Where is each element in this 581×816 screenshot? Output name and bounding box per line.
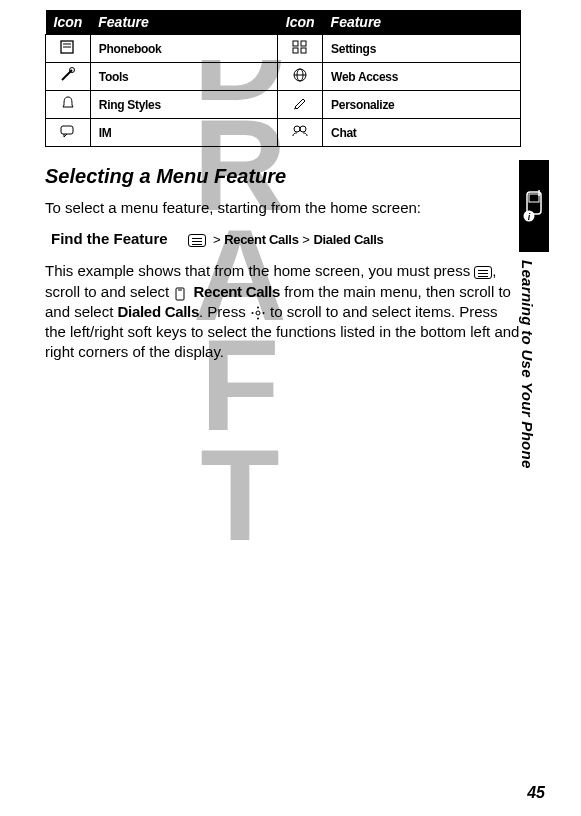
ring-styles-icon [59, 95, 77, 111]
svg-rect-10 [293, 48, 298, 53]
nav-key-icon [250, 303, 266, 320]
svg-point-23 [257, 317, 259, 319]
body-frag-a: This example shows that from the home sc… [45, 262, 474, 279]
th-icon-1: Icon [46, 10, 91, 35]
menu-key-icon [188, 234, 206, 247]
path-sep-1: > [213, 232, 221, 247]
phonebook-icon [59, 39, 77, 55]
tools-label: Tools [90, 63, 278, 91]
personalize-label: Personalize [323, 91, 521, 119]
path-dialed-calls: Dialed Calls [313, 232, 383, 247]
body-frag-d: . Press [199, 303, 250, 320]
intro-paragraph: To select a menu feature, starting from … [45, 198, 521, 218]
body-paragraph: This example shows that from the home sc… [45, 261, 521, 362]
recent-calls-icon [173, 286, 189, 300]
svg-rect-8 [293, 41, 298, 46]
chat-icon [291, 123, 309, 139]
table-row: Ring Styles Personalize [46, 91, 521, 119]
im-icon [59, 123, 77, 139]
table-row: Tools Web Access [46, 63, 521, 91]
find-feature-label: Find the Feature [51, 230, 168, 247]
svg-point-21 [256, 311, 260, 315]
find-feature-row: Find the Feature > Recent Calls > Dialed… [51, 230, 521, 247]
svg-point-18 [300, 126, 306, 132]
settings-label: Settings [323, 35, 521, 63]
navigation-path: > Recent Calls > Dialed Calls [188, 232, 384, 247]
table-row: Phonebook Settings [46, 35, 521, 63]
menu-key-icon-inline [474, 266, 492, 279]
phonebook-label: Phonebook [90, 35, 278, 63]
th-feature-1: Feature [90, 10, 278, 35]
th-icon-2: Icon [278, 10, 323, 35]
svg-point-25 [262, 312, 264, 314]
web-access-label: Web Access [323, 63, 521, 91]
path-recent-calls: Recent Calls [224, 232, 298, 247]
body-dialed-calls: Dialed Calls [118, 303, 199, 320]
svg-rect-9 [301, 41, 306, 46]
th-feature-2: Feature [323, 10, 521, 35]
svg-rect-16 [61, 126, 73, 134]
svg-text:T: T [200, 422, 279, 568]
svg-point-24 [251, 312, 253, 314]
icon-feature-table: Icon Feature Icon Feature Phonebook Sett… [45, 10, 521, 147]
path-sep-2: > [302, 232, 310, 247]
section-title: Selecting a Menu Feature [45, 165, 521, 188]
page-number: 45 [527, 784, 545, 802]
body-recent-calls: Recent Calls [194, 283, 280, 300]
settings-icon [291, 39, 309, 55]
ring-styles-label: Ring Styles [90, 91, 278, 119]
chat-label: Chat [323, 119, 521, 147]
im-label: IM [90, 119, 278, 147]
svg-point-22 [257, 306, 259, 308]
svg-point-17 [294, 126, 300, 132]
web-access-icon [291, 67, 309, 83]
table-row: IM Chat [46, 119, 521, 147]
svg-rect-11 [301, 48, 306, 53]
personalize-icon [291, 95, 309, 111]
tools-icon [59, 67, 77, 83]
